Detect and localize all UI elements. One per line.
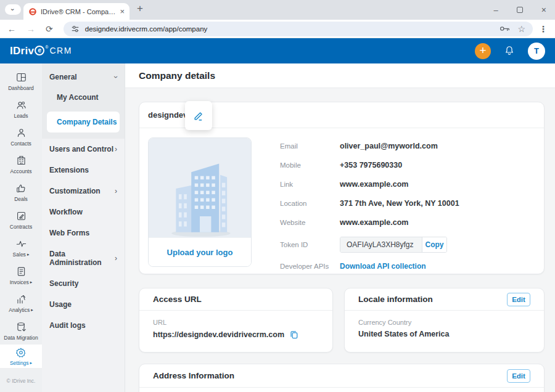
content-area: designdev. [125, 88, 555, 392]
sidebar-item-analytics[interactable]: Analytics▸ [0, 289, 42, 317]
minimize-icon[interactable]: – [494, 6, 498, 14]
user-avatar[interactable]: T [528, 43, 545, 60]
submenu-item-usage[interactable]: Usage [42, 294, 125, 315]
submenu-item-web-forms[interactable]: Web Forms [42, 223, 125, 243]
tab-strip: › IDrive® CRM - Company Detail × + – × [0, 0, 555, 20]
submenu-item-security[interactable]: Security [42, 273, 125, 294]
url-label: URL [153, 319, 319, 326]
field-link: Link www.example.com [280, 179, 529, 189]
locale-information-card: Locale information Edit Currency Country… [344, 288, 545, 353]
field-mobile: Mobile +353 7975690330 [280, 160, 529, 170]
pencil-edit-icon [192, 110, 205, 122]
refresh-icon[interactable]: ⟳ [46, 25, 53, 33]
submenu-group-general[interactable]: General › [42, 63, 125, 87]
sidebar-item-contracts[interactable]: Contracts [0, 206, 42, 234]
page-header: Company details [125, 63, 555, 88]
analytics-icon [15, 293, 27, 305]
bookmark-star-icon[interactable]: ☆ [517, 24, 525, 34]
expand-arrow-icon: ▸ [27, 252, 30, 257]
sidebar-item-contacts[interactable]: Contacts [0, 123, 42, 150]
submenu-item-users-and-control[interactable]: Users and Control› [42, 139, 125, 160]
forward-icon[interactable]: → [27, 25, 35, 33]
back-icon[interactable]: ← [7, 25, 16, 33]
sidebar-item-leads[interactable]: Leads [0, 95, 42, 123]
app-header: IDriv e ® CRM + T [0, 38, 555, 63]
copy-token-button[interactable]: Copy [422, 237, 446, 252]
locale-title: Locale information [358, 295, 433, 304]
logo-registered-mark: ® [45, 45, 48, 49]
main-content: Company details designdev. [125, 63, 555, 392]
submenu-item-extensions[interactable]: Extensions [42, 160, 125, 181]
new-tab-button[interactable]: + [137, 3, 143, 14]
access-url-header: Access URL [139, 288, 332, 311]
settings-submenu: General › My Account Company Details Use… [42, 63, 125, 392]
expand-arrow-icon: ▸ [31, 308, 33, 312]
logo-crm-text: CRM [49, 46, 72, 55]
access-url-title: Access URL [153, 295, 202, 304]
company-details-card: designdev. [139, 102, 545, 274]
tab-close-icon[interactable]: × [120, 7, 125, 15]
idrive-crm-logo: IDriv e ® CRM [10, 45, 72, 57]
sidebar-item-invoices[interactable]: Invoices▸ [0, 261, 42, 289]
sidebar-item-settings[interactable]: Settings▸ [0, 345, 42, 368]
company-name: designdev. [148, 110, 189, 120]
field-website: Website www.example.com [280, 217, 529, 227]
building-illustration-icon [160, 152, 240, 237]
contacts-icon [15, 127, 27, 139]
window-close-icon[interactable]: × [541, 6, 546, 14]
submenu-item-customization[interactable]: Customization› [42, 181, 125, 202]
edit-locale-button[interactable]: Edit [507, 293, 530, 306]
page-title: Company details [139, 70, 215, 81]
idrive-favicon-icon [28, 7, 37, 16]
building-placeholder-image [149, 138, 251, 237]
sidebar-item-data-migration[interactable]: Data Migration [0, 317, 42, 345]
upload-logo-button[interactable]: Upload your logo [149, 237, 251, 266]
edit-company-name-button[interactable] [185, 101, 212, 130]
browser-menu-icon[interactable]: ⋮ [539, 24, 548, 34]
chevron-down-icon: › [112, 76, 120, 78]
edit-address-button[interactable]: Edit [507, 369, 530, 383]
dashboard-icon [15, 71, 27, 83]
access-url-card: Access URL URL https://designdev.devidri… [139, 288, 333, 353]
maximize-icon[interactable] [517, 7, 523, 13]
submenu-item-company-details[interactable]: Company Details [47, 112, 120, 133]
submenu-item-audit-logs[interactable]: Audit logs [42, 315, 125, 336]
company-logo-box[interactable]: Upload your logo [148, 137, 252, 267]
locale-header: Locale information Edit [345, 288, 544, 311]
tab-title: IDrive® CRM - Company Detail [41, 8, 116, 15]
accounts-icon [15, 155, 27, 166]
browser-toolbar: ← → ⟳ designdev.idrivecrm.com/app/compan… [0, 20, 555, 38]
submenu-item-data-administration[interactable]: Data Administration› [42, 243, 125, 273]
notifications-bell-icon[interactable] [504, 45, 515, 57]
sidebar-item-accounts[interactable]: Accounts [0, 150, 42, 178]
tab-search-button[interactable]: › [5, 4, 21, 15]
chevron-down-icon: › [9, 9, 16, 11]
site-settings-icon[interactable] [71, 25, 80, 33]
sidebar-item-sales[interactable]: Sales▸ [0, 234, 42, 261]
deals-icon [15, 182, 27, 194]
password-key-icon[interactable] [500, 25, 510, 33]
expand-arrow-icon: ▸ [30, 361, 33, 365]
field-developer-apis: Developer APIs Download API collection [280, 261, 529, 271]
submenu-item-workflow[interactable]: Workflow [42, 202, 125, 223]
copy-url-icon[interactable] [289, 330, 299, 340]
quick-add-button[interactable]: + [475, 43, 491, 59]
browser-tab[interactable]: IDrive® CRM - Company Detail × [23, 3, 130, 20]
field-email: Email oliver_paul@myworld.com [280, 141, 529, 151]
contracts-icon [15, 210, 27, 222]
address-bar[interactable]: designdev.idrivecrm.com/app/company ☆ [64, 22, 533, 36]
submenu-item-my-account[interactable]: My Account [42, 87, 125, 108]
sidebar-item-deals[interactable]: Deals [0, 178, 42, 206]
download-api-collection-link[interactable]: Download API collection [340, 262, 426, 271]
address-title: Address Information [153, 371, 234, 380]
window-controls: – × [494, 6, 546, 14]
chevron-right-icon: › [115, 187, 117, 195]
currency-country-label: Currency Country [358, 319, 530, 326]
data-migration-icon [15, 321, 27, 333]
address-information-card: Address Information Edit [139, 364, 545, 392]
chevron-right-icon: › [115, 145, 117, 153]
sidebar-item-dashboard[interactable]: Dashboard [0, 67, 42, 95]
leads-icon [15, 99, 27, 111]
settings-gear-icon [15, 347, 27, 358]
currency-country-value: United States of America [358, 330, 530, 338]
